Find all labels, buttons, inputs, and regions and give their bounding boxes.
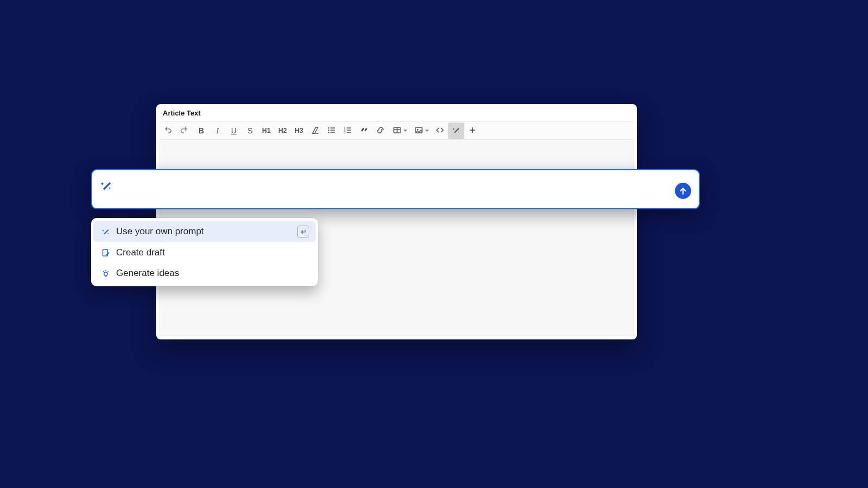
italic-icon: I bbox=[216, 126, 219, 136]
bold-icon[interactable]: B bbox=[193, 123, 209, 139]
heading1-button[interactable]: H1 bbox=[258, 123, 275, 139]
window-title: Article Text bbox=[156, 104, 637, 121]
table-icon[interactable] bbox=[388, 123, 410, 139]
plus-icon[interactable] bbox=[464, 123, 481, 139]
image-icon bbox=[414, 126, 423, 136]
suggestion-label: Use your own prompt bbox=[116, 226, 204, 237]
strikethrough-icon[interactable]: S bbox=[242, 123, 258, 139]
bullet-list-icon[interactable] bbox=[323, 123, 340, 139]
draft-icon bbox=[100, 248, 112, 257]
redo-icon bbox=[181, 126, 189, 136]
blockquote-icon[interactable] bbox=[356, 123, 372, 139]
heading3-button[interactable]: H3 bbox=[291, 123, 307, 139]
numbered-list-icon bbox=[343, 126, 352, 136]
strikethrough-icon: S bbox=[247, 126, 252, 135]
ai-wand-icon bbox=[452, 126, 461, 136]
blockquote-icon bbox=[360, 126, 368, 136]
suggestion-item-idea[interactable]: Generate ideas bbox=[93, 264, 316, 283]
undo-icon[interactable] bbox=[161, 123, 177, 139]
editor-toolbar: BIUSH1H2H3 bbox=[159, 121, 634, 140]
numbered-list-icon[interactable] bbox=[340, 123, 356, 139]
suggestion-label: Create draft bbox=[116, 247, 165, 258]
italic-icon[interactable]: I bbox=[209, 123, 226, 139]
code-icon[interactable] bbox=[432, 123, 448, 139]
suggestion-item-draft[interactable]: Create draft bbox=[93, 243, 316, 262]
suggestion-item-wand[interactable]: Use your own prompt bbox=[93, 221, 316, 242]
underline-icon: U bbox=[231, 126, 237, 135]
send-button[interactable] bbox=[675, 183, 691, 199]
link-icon bbox=[376, 126, 385, 136]
clear-format-icon bbox=[311, 126, 320, 136]
plus-icon bbox=[468, 126, 477, 136]
bullet-list-icon bbox=[327, 126, 336, 136]
heading2-button[interactable]: H2 bbox=[275, 123, 291, 139]
table-icon bbox=[393, 126, 401, 136]
ai-suggestions-menu: Use your own promptCreate draftGenerate … bbox=[91, 218, 318, 286]
link-icon[interactable] bbox=[372, 123, 388, 139]
enter-key-hint bbox=[297, 226, 309, 237]
wand-icon bbox=[100, 227, 112, 236]
idea-icon bbox=[100, 269, 112, 278]
ai-wand-icon bbox=[100, 179, 113, 194]
undo-icon bbox=[164, 126, 173, 136]
bold-icon: B bbox=[199, 126, 204, 135]
ai-wand-icon[interactable] bbox=[448, 123, 464, 139]
code-icon bbox=[436, 126, 444, 136]
image-icon[interactable] bbox=[410, 123, 432, 139]
ai-prompt-bar[interactable] bbox=[91, 169, 700, 209]
redo-icon[interactable] bbox=[177, 123, 193, 139]
suggestion-label: Generate ideas bbox=[116, 268, 179, 279]
clear-format-icon[interactable] bbox=[307, 123, 323, 139]
underline-icon[interactable]: U bbox=[226, 123, 242, 139]
